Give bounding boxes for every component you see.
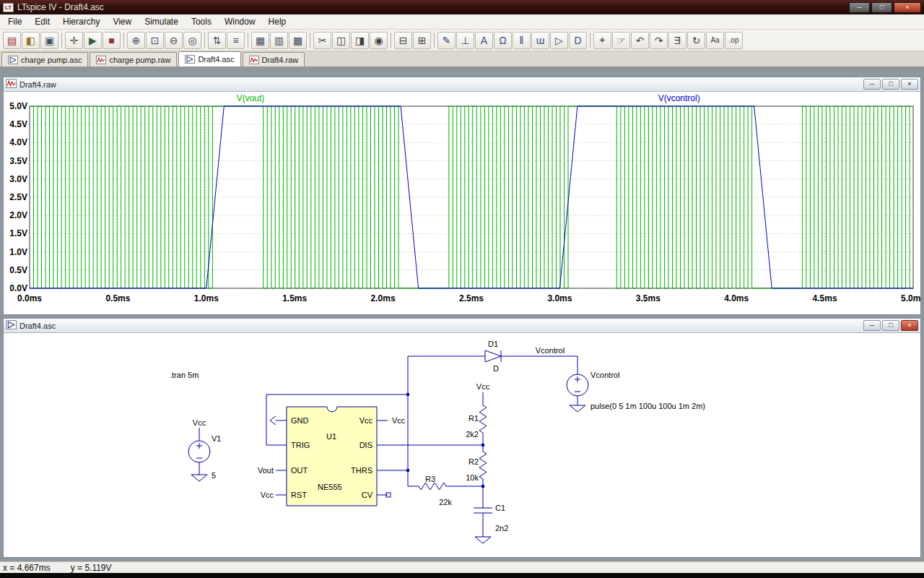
control-panel-button[interactable]: ✛ (65, 32, 83, 49)
plot-settings-button[interactable]: ≡ (227, 32, 245, 49)
menu-hierarchy[interactable]: Hierarchy (56, 15, 106, 28)
waveform-minimize-button[interactable]: ─ (863, 79, 881, 90)
taskbar[interactable] (0, 573, 924, 578)
undo-button[interactable]: ↶ (631, 32, 649, 49)
close-button[interactable]: × (894, 2, 921, 13)
minimize-button[interactable]: ─ (849, 2, 870, 13)
menu-window[interactable]: Window (218, 15, 262, 28)
svg-text:1.0V: 1.0V (9, 247, 27, 257)
tab-draft4-raw[interactable]: Draft4.raw (243, 52, 305, 66)
waveform-close-button[interactable]: × (901, 79, 918, 90)
svg-text:3.0ms: 3.0ms (547, 293, 572, 303)
find-button[interactable]: ◉ (370, 32, 388, 49)
svg-text:Vcc: Vcc (476, 382, 490, 391)
place-component-button[interactable]: D (569, 32, 587, 49)
cascade-windows-button[interactable]: ▩ (289, 32, 307, 49)
svg-text:.tran 5m: .tran 5m (170, 371, 199, 379)
trace-legend: V(vout)V(vcontrol) (237, 93, 700, 103)
legend-vvout[interactable]: V(vout) (237, 93, 265, 103)
toolbar-separator (434, 33, 435, 48)
tab-charge-pump-raw[interactable]: charge pump.raw (90, 52, 177, 66)
save-button[interactable]: ▣ (40, 32, 58, 49)
spice-directive-text: .tran 5m (170, 371, 199, 379)
svg-text:THRS: THRS (351, 466, 372, 475)
autorange-y-axis-button[interactable]: ⇅ (208, 32, 226, 49)
r1-resistor: VccR12k2 (466, 382, 489, 445)
paste-button[interactable]: ◨ (351, 32, 369, 49)
place-net-label-button[interactable]: A (475, 32, 493, 49)
svg-text:3.5ms: 3.5ms (636, 293, 661, 303)
place-inductor-button[interactable]: ɯ (531, 32, 549, 49)
menu-edit[interactable]: Edit (28, 15, 56, 28)
schematic-window: Draft4.asc ─ □ × .tran 5mVccV15GNDTRIGOU… (3, 318, 921, 558)
place-resistor-button[interactable]: Ω (494, 32, 512, 49)
tab-label: Draft4.raw (262, 56, 299, 64)
svg-text:22k: 22k (439, 498, 452, 506)
rotate-button[interactable]: ↻ (687, 32, 705, 49)
tile-horizontal-button[interactable]: ▦ (251, 32, 269, 49)
move-button[interactable]: ⌖ (593, 32, 611, 49)
open-file-button[interactable]: ◧ (22, 32, 40, 49)
run-simulation-button[interactable]: ▶ (84, 32, 102, 49)
waveform-restore-button[interactable]: □ (882, 79, 899, 90)
print-button[interactable]: ⊟ (394, 32, 412, 49)
menu-tools[interactable]: Tools (185, 15, 218, 28)
tab-label: charge pump.asc (21, 56, 82, 64)
zoom-out-button[interactable]: ⊖ (165, 32, 183, 49)
waveform-canvas[interactable]: 5.0V4.5V4.0V3.5V3.0V2.5V2.0V1.5V1.0V0.5V… (4, 92, 920, 314)
redo-button[interactable]: ↷ (650, 32, 668, 49)
spice-directive-button[interactable]: .op (725, 32, 743, 49)
svg-text:0.5ms: 0.5ms (105, 293, 130, 303)
drag-button[interactable]: ☞ (612, 32, 630, 49)
toolbar: ▤◧▣✛▶■⊕⊡⊖◎⇅≡▦▥▩✂◫◨◉⊟⊞✎⊥AΩ‖ɯ▷D⌖☞↶↷Ǝ↻Aa.op (0, 30, 924, 51)
place-text-button[interactable]: Aa (706, 32, 724, 49)
copy-button[interactable]: ◫ (332, 32, 350, 49)
svg-text:0.0ms: 0.0ms (17, 293, 42, 303)
y-axis-labels: 5.0V4.5V4.0V3.5V3.0V2.5V2.0V1.5V1.0V0.5V… (9, 101, 27, 293)
mirror-button[interactable]: Ǝ (668, 32, 687, 49)
menu-simulate[interactable]: Simulate (138, 15, 185, 28)
zoom-region-button[interactable]: ⊡ (146, 32, 164, 49)
tab-draft4-asc[interactable]: Draft4.asc (178, 51, 240, 66)
waveform-file-icon (96, 56, 106, 64)
document-tab-bar: charge pump.asccharge pump.rawDraft4.asc… (0, 51, 924, 67)
toolbar-separator (61, 33, 62, 48)
waveform-window-icon-slot (6, 78, 17, 91)
cut-button[interactable]: ✂ (313, 32, 331, 49)
halt-simulation-button[interactable]: ■ (103, 32, 121, 49)
waveform-window-titlebar[interactable]: Draft4.raw ─ □ × (4, 77, 920, 92)
place-capacitor-button[interactable]: ‖ (513, 32, 531, 49)
schematic-canvas[interactable]: .tran 5mVccV15GNDTRIGOUTRSTVccDISTHRSCVU… (4, 333, 920, 557)
svg-text:GND: GND (291, 416, 309, 425)
svg-text:1.0ms: 1.0ms (194, 293, 219, 303)
menu-help[interactable]: Help (262, 15, 293, 28)
svg-text:RST: RST (291, 491, 307, 499)
status-bar: x = 4.667ms y = 5.119V (0, 561, 924, 573)
svg-text:R1: R1 (468, 414, 479, 423)
cursor-y-readout: y = 5.119V (71, 563, 112, 573)
new-schematic-button[interactable]: ▤ (3, 32, 21, 49)
toolbar-separator (391, 33, 391, 48)
place-diode-button[interactable]: ▷ (550, 32, 568, 49)
menu-file[interactable]: File (1, 15, 28, 28)
tab-charge-pump-asc[interactable]: charge pump.asc (1, 52, 88, 66)
draw-wire-button[interactable]: ✎ (437, 32, 456, 49)
schematic-restore-button[interactable]: □ (882, 320, 899, 331)
tile-vertical-button[interactable]: ▥ (270, 32, 288, 49)
schematic-minimize-button[interactable]: ─ (863, 320, 881, 331)
svg-text:OUT: OUT (291, 466, 308, 475)
schematic-window-titlebar[interactable]: Draft4.asc ─ □ × (4, 319, 920, 333)
zoom-in-button[interactable]: ⊕ (127, 32, 145, 49)
menu-bar: FileEditHierarchyViewSimulateToolsWindow… (0, 14, 924, 30)
schematic-close-button[interactable]: × (901, 320, 918, 331)
svg-text:V1: V1 (212, 434, 221, 443)
menu-view[interactable]: View (106, 15, 138, 28)
tab-label: charge pump.raw (109, 56, 170, 64)
place-ground-button[interactable]: ⊥ (456, 32, 474, 49)
maximize-button[interactable]: □ (871, 2, 892, 13)
window-title: LTspice IV - Draft4.asc (17, 2, 845, 12)
print-preview-button[interactable]: ⊞ (413, 32, 431, 49)
legend-vvcontrol[interactable]: V(vcontrol) (658, 93, 700, 103)
svg-text:0.0V: 0.0V (9, 283, 27, 293)
zoom-full-extents-button[interactable]: ◎ (183, 32, 201, 49)
